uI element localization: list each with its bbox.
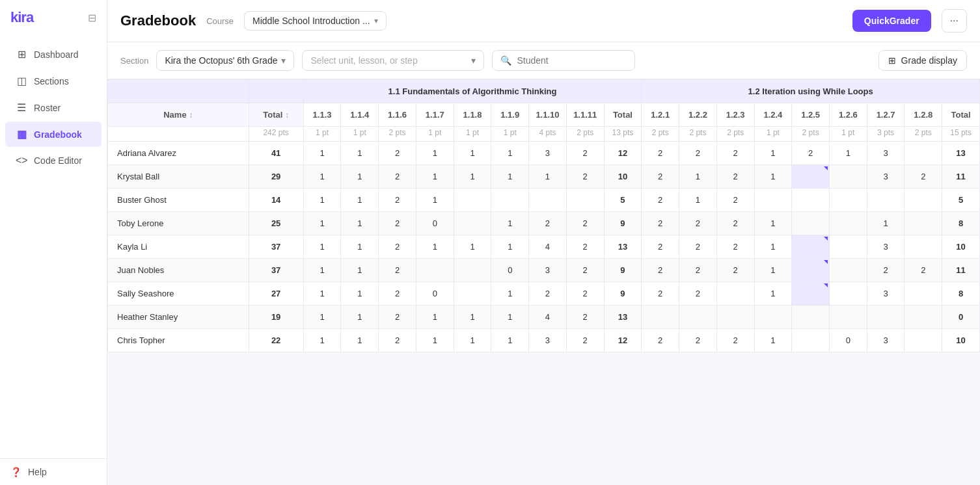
main-content: Gradebook Course Middle School Introduct… [107, 0, 980, 485]
grade-cell: 4 [529, 235, 567, 259]
col-header-1.1.9: 1.1.9 [491, 103, 529, 127]
grade-cell: 2 [679, 142, 717, 165]
grade-cell: 1 [754, 235, 792, 259]
grade-cell: 2 [566, 306, 604, 329]
table-row: Toby Lerone2511201229222118 [108, 212, 980, 235]
section-dropdown[interactable]: Kira the Octopus' 6th Grade ▾ [156, 50, 294, 71]
grade-cell: 3 [867, 165, 905, 189]
grade-cell [792, 282, 830, 306]
unit-lesson-dropdown[interactable]: Select unit, lesson, or step ▾ [302, 50, 484, 71]
grade-cell: 2 [679, 329, 717, 352]
sidebar-toggle-icon[interactable]: ⊟ [88, 12, 96, 24]
group-header-1.1-Fundamentals-of-Algorithmic-Thinking: 1.1 Fundamentals of Algorithmic Thinking [303, 80, 642, 103]
grade-cell: 11 [942, 165, 980, 189]
grade-cell: 3 [867, 329, 905, 352]
grade-cell [829, 259, 867, 282]
col-header-1.2.4: 1.2.4 [754, 103, 792, 127]
sidebar-item-code-editor[interactable]: <> Code Editor [5, 148, 102, 173]
student-total: 19 [249, 306, 303, 329]
grade-cell: 1 [754, 259, 792, 282]
section-label: Section [120, 56, 148, 66]
pts-1.2.2: 2 pts [679, 127, 717, 142]
grade-cell: 5 [942, 189, 980, 212]
grade-cell [716, 282, 754, 306]
pts-1.2.6: 1 pt [829, 127, 867, 142]
grade-cell: 1 [341, 142, 379, 165]
grade-cell [905, 282, 942, 306]
search-icon: 🔍 [500, 55, 511, 66]
grade-cell: 1 [341, 189, 379, 212]
grade-cell: 1 [303, 189, 341, 212]
grade-cell [416, 259, 454, 282]
col-header-Total: Total [942, 103, 980, 127]
grade-cell: 2 [642, 212, 679, 235]
grade-cell [454, 259, 491, 282]
grade-cell: 10 [942, 329, 980, 352]
grade-cell: 12 [604, 142, 642, 165]
col-header-1.1.3: 1.1.3 [303, 103, 341, 127]
grade-cell: 1 [491, 142, 529, 165]
sidebar-item-gradebook[interactable]: ▦ Gradebook [5, 122, 102, 147]
student-name: Heather Stanley [108, 306, 249, 329]
col-header-1.1.4: 1.1.4 [341, 103, 379, 127]
grade-cell: 1 [416, 329, 454, 352]
grade-cell [754, 306, 792, 329]
grade-cell: 9 [604, 282, 642, 306]
grade-cell: 2 [642, 235, 679, 259]
sidebar-item-dashboard[interactable]: ⊞ Dashboard [5, 42, 102, 67]
grade-cell: 1 [754, 329, 792, 352]
col-header-1.2.7: 1.2.7 [867, 103, 905, 127]
grade-cell: 0 [829, 329, 867, 352]
sidebar-footer: ❓ Help [0, 458, 107, 485]
grade-cell: 2 [566, 165, 604, 189]
grade-cell: 2 [716, 235, 754, 259]
grade-cell: 10 [942, 235, 980, 259]
sidebar-item-label: Code Editor [34, 155, 82, 166]
grade-cell [454, 212, 491, 235]
grade-display-button[interactable]: ⊞ Grade display [878, 50, 967, 71]
grade-cell: 2 [716, 165, 754, 189]
help-item[interactable]: ❓ Help [10, 467, 96, 477]
grade-cell [905, 142, 942, 165]
grade-cell: 1 [454, 235, 491, 259]
grade-cell: 2 [379, 142, 416, 165]
grade-cell: 0 [416, 212, 454, 235]
sidebar-item-sections[interactable]: ◫ Sections [5, 68, 102, 94]
grade-cell: 1 [416, 165, 454, 189]
grade-cell: 1 [679, 189, 717, 212]
grade-cell [867, 189, 905, 212]
help-icon: ❓ [10, 467, 21, 477]
grade-cell: 2 [867, 259, 905, 282]
search-input[interactable] [517, 55, 614, 66]
pts-1.2.1: 2 pts [642, 127, 679, 142]
col-header-1.2.2: 1.2.2 [679, 103, 717, 127]
grade-cell: 2 [679, 282, 717, 306]
grade-cell: 2 [716, 212, 754, 235]
grade-cell [829, 189, 867, 212]
grade-cell: 2 [379, 282, 416, 306]
grade-cell [642, 306, 679, 329]
grade-cell: 0 [416, 282, 454, 306]
grade-cell: 1 [529, 165, 567, 189]
grade-cell: 1 [491, 212, 529, 235]
col-header-1.1.11: 1.1.11 [566, 103, 604, 127]
more-options-button[interactable]: ··· [942, 9, 967, 33]
grade-cell: 2 [379, 235, 416, 259]
quick-grader-button[interactable]: QuickGrader [852, 10, 931, 32]
col-header-1.1.6: 1.1.6 [379, 103, 416, 127]
pts-1.1.9: 1 pt [491, 127, 529, 142]
table-row: Adriana Alvarez411121113212222121313 [108, 142, 980, 165]
grade-cell: 1 [491, 329, 529, 352]
course-selector[interactable]: Middle School Introduction ... ▾ [244, 11, 387, 31]
grade-cell: 3 [867, 235, 905, 259]
sidebar-item-label: Sections [34, 76, 69, 86]
grade-cell: 2 [679, 235, 717, 259]
grade-cell: 2 [642, 165, 679, 189]
col-header-1.2.8: 1.2.8 [905, 103, 942, 127]
student-total: 27 [249, 282, 303, 306]
grade-cell [829, 165, 867, 189]
code-editor-icon: <> [16, 155, 27, 166]
pts-1.1.11: 2 pts [566, 127, 604, 142]
grade-cell [679, 306, 717, 329]
sidebar-item-roster[interactable]: ☰ Roster [5, 95, 102, 120]
